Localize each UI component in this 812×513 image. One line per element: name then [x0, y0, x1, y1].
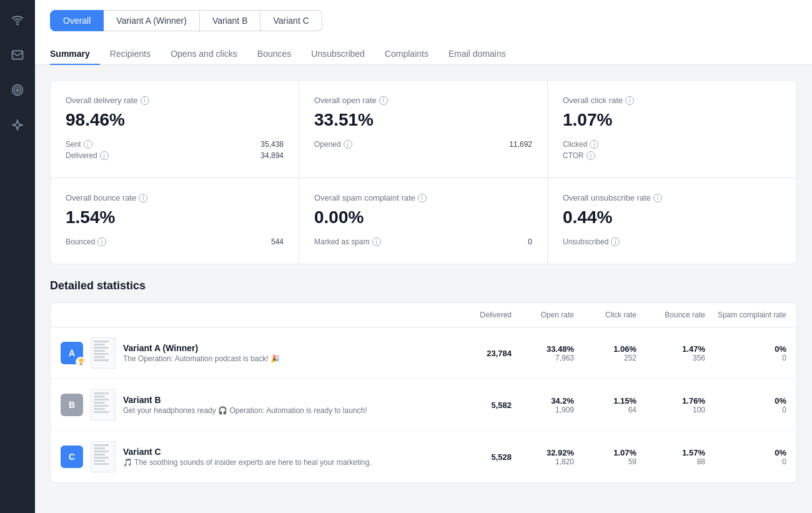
variant-c-click-rate: 1.07% 59 [574, 448, 636, 466]
svg-point-4 [16, 89, 18, 91]
tab-variant-b[interactable]: Variant B [200, 10, 261, 31]
sent-info-icon[interactable]: i [84, 140, 92, 149]
variant-c-name: Variant C [123, 447, 372, 457]
sub-navigation: Summary Recipients Opens and clicks Boun… [50, 44, 797, 64]
content-area: Overall delivery rate i 98.46% Sent i 35… [35, 65, 812, 513]
detailed-statistics-section: Detailed statistics Delivered Open rate … [50, 279, 797, 483]
bounce-rate-label: Overall bounce rate i [66, 193, 284, 202]
top-bar: Overall Variant A (Winner) Variant B Var… [35, 0, 812, 65]
variant-a-delivered: 23,784 [437, 349, 512, 358]
bounce-rate-cell: Overall bounce rate i 1.54% Bounced i 54… [51, 178, 299, 264]
subnav-opens-clicks[interactable]: Opens and clicks [161, 44, 247, 65]
bounced-info-icon[interactable]: i [97, 237, 106, 246]
delivered-detail: Delivered i 34,894 [66, 151, 284, 160]
variant-a-bounce-rate: 1.47% 356 [636, 344, 705, 362]
delivery-rate-value: 98.46% [66, 110, 284, 130]
detailed-table: Delivered Open rate Click rate Bounce ra… [50, 302, 797, 483]
col-spam-rate: Spam complaint rate [705, 311, 786, 319]
col-bounce-rate: Bounce rate [636, 311, 705, 319]
detailed-statistics-title: Detailed statistics [50, 279, 797, 292]
variant-c-bounce-rate: 1.57% 88 [636, 448, 705, 466]
variant-c-info: C [61, 441, 437, 472]
variant-a-badge: A 🏆 [61, 342, 83, 364]
tab-variant-a[interactable]: Variant A (Winner) [104, 10, 200, 31]
table-header: Delivered Open rate Click rate Bounce ra… [51, 303, 796, 327]
variant-a-subject: The Operation: Automation podcast is bac… [123, 354, 280, 363]
table-row: C [51, 431, 796, 482]
variant-b-name: Variant B [123, 395, 367, 405]
spam-detail: Marked as spam i 0 [314, 237, 532, 246]
svg-point-0 [17, 24, 18, 25]
delivered-info-icon[interactable]: i [100, 151, 109, 160]
open-info-icon[interactable]: i [379, 96, 388, 105]
bounce-info-icon[interactable]: i [139, 194, 147, 202]
delivery-rate-label: Overall delivery rate i [66, 96, 284, 105]
spam-marked-info-icon[interactable]: i [372, 237, 381, 246]
subnav-unsubscribed[interactable]: Unsubscribed [301, 44, 375, 65]
variant-b-thumbnail [91, 389, 116, 421]
subnav-bounces[interactable]: Bounces [247, 44, 301, 65]
variant-b-subject: Get your headphones ready 🎧 Operation: A… [123, 406, 367, 415]
unsubscribe-rate-cell: Overall unsubscribe rate i 0.44% Unsubsc… [548, 178, 796, 264]
stats-card: Overall delivery rate i 98.46% Sent i 35… [50, 80, 797, 264]
tab-overall[interactable]: Overall [50, 10, 104, 31]
variant-c-thumbnail [91, 441, 116, 472]
sidebar [0, 0, 35, 513]
variant-b-open-rate: 34.2% 1,909 [512, 396, 574, 414]
stats-grid: Overall delivery rate i 98.46% Sent i 35… [51, 81, 796, 264]
variant-b-click-rate: 1.15% 64 [574, 396, 636, 414]
variant-a-spam-rate: 0% 0 [705, 344, 786, 362]
table-row: B [51, 379, 796, 431]
winner-badge: 🏆 [76, 357, 86, 367]
open-rate-value: 33.51% [314, 110, 532, 130]
sent-detail: Sent i 35,438 [66, 140, 284, 149]
click-rate-value: 1.07% [563, 110, 781, 130]
ctor-info-icon[interactable]: i [587, 151, 595, 160]
variant-a-click-rate: 1.06% 252 [574, 344, 636, 362]
variant-c-open-rate: 32.92% 1,820 [512, 448, 574, 466]
spam-rate-label: Overall spam complaint rate i [314, 193, 532, 202]
variant-b-badge: B [61, 394, 83, 416]
delivery-info-icon[interactable]: i [141, 96, 149, 105]
wifi-icon[interactable] [7, 10, 27, 30]
clicked-info-icon[interactable]: i [590, 140, 598, 149]
main-content: Overall Variant A (Winner) Variant B Var… [35, 0, 812, 513]
delivery-rate-cell: Overall delivery rate i 98.46% Sent i 35… [51, 81, 299, 178]
variant-b-delivered: 5,582 [437, 401, 512, 410]
svg-rect-1 [12, 51, 23, 59]
opened-detail: Opened i 11,692 [314, 140, 532, 149]
sparkle-icon[interactable] [7, 115, 27, 135]
subnav-email-domains[interactable]: Email domains [438, 44, 516, 65]
variant-b-info: B [61, 389, 437, 421]
spam-rate-cell: Overall spam complaint rate i 0.00% Mark… [299, 178, 548, 264]
col-click-rate: Click rate [574, 311, 636, 319]
tab-variant-c[interactable]: Variant C [260, 10, 322, 31]
unsubscribe-info-icon[interactable]: i [653, 194, 662, 202]
table-row: A 🏆 [51, 327, 796, 379]
subnav-summary[interactable]: Summary [50, 44, 100, 65]
open-rate-label: Overall open rate i [314, 96, 532, 105]
spam-info-icon[interactable]: i [418, 194, 427, 202]
email-icon[interactable] [7, 45, 27, 65]
subnav-recipients[interactable]: Recipients [100, 44, 161, 65]
col-delivered: Delivered [437, 311, 512, 319]
click-rate-cell: Overall click rate i 1.07% Clicked i CTO [548, 81, 796, 178]
clicked-detail: Clicked i [563, 140, 781, 149]
variant-c-subject: 🎵 The soothing sounds of insider experts… [123, 458, 372, 467]
subnav-complaints[interactable]: Complaints [375, 44, 438, 65]
click-rate-label: Overall click rate i [563, 96, 781, 105]
click-info-icon[interactable]: i [625, 96, 634, 105]
spam-rate-value: 0.00% [314, 207, 532, 227]
opened-info-icon[interactable]: i [344, 140, 352, 149]
bounce-rate-value: 1.54% [66, 207, 284, 227]
svg-point-3 [14, 87, 21, 93]
bounced-detail: Bounced i 544 [66, 237, 284, 246]
variant-a-name: Variant A (Winner) [123, 343, 280, 353]
unsubscribed-info-icon[interactable]: i [611, 237, 620, 246]
col-open-rate: Open rate [512, 311, 574, 319]
target-icon[interactable] [7, 80, 27, 100]
unsubscribe-rate-value: 0.44% [563, 207, 781, 227]
variant-c-badge: C [61, 446, 83, 468]
variant-b-bounce-rate: 1.76% 100 [636, 396, 705, 414]
col-variant [61, 311, 437, 319]
